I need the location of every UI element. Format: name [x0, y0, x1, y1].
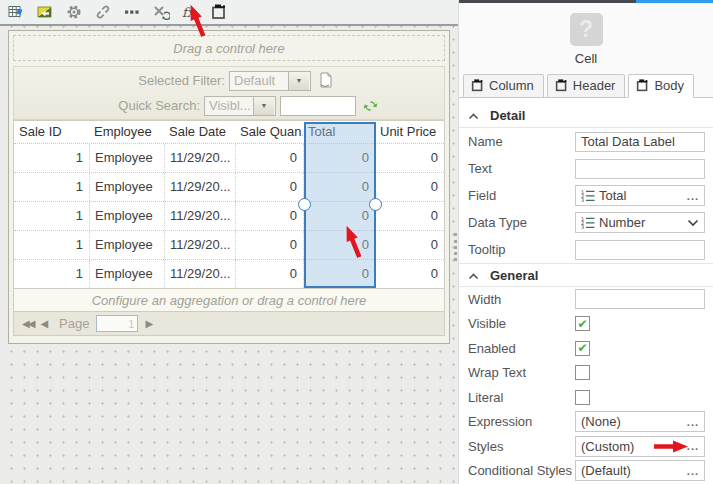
prev-page-button[interactable]: ◀ [40, 319, 46, 329]
drag-control-zone[interactable]: Drag a control here [13, 35, 445, 61]
cell[interactable]: Employee [89, 202, 164, 230]
cell[interactable]: 0 [235, 260, 303, 288]
prop-row-styles: Styles(Custom)... [459, 434, 713, 459]
cell[interactable]: 11/29/20... [164, 173, 235, 201]
help-question-icon: ? [570, 13, 603, 46]
prop-checkbox-wrap-text[interactable] [575, 365, 590, 380]
prop-control-enabled: ✔ [575, 341, 705, 356]
prop-checkbox-visible[interactable]: ✔ [575, 316, 590, 331]
prop-row-visible: Visible✔ [459, 312, 713, 337]
prop-picker-styles[interactable]: (Custom)... [575, 436, 705, 457]
prop-row-conditional-styles: Conditional Styles(Default)... [459, 459, 713, 484]
aggregation-zone[interactable]: Configure an aggregation or drag a contr… [13, 289, 445, 312]
prop-picker-field[interactable]: 123Total... [575, 185, 705, 206]
quick-search-field-dropdown[interactable]: Visibl... ▼ [204, 96, 276, 116]
selected-filter-dropdown[interactable]: Default ▼ [229, 71, 311, 91]
splitter-grip[interactable] [454, 233, 457, 261]
prop-label: Literal [468, 390, 503, 405]
checkmark-icon: ✔ [577, 342, 587, 354]
preview-export-icon[interactable] [36, 4, 54, 21]
cell[interactable]: 1 [14, 144, 89, 172]
prop-checkbox-enabled[interactable]: ✔ [575, 341, 590, 356]
checkmark-icon: ✔ [577, 318, 587, 330]
section-header-detail[interactable]: Detail [459, 104, 713, 128]
cell[interactable]: 0 [235, 173, 303, 201]
column-header-sale-id[interactable]: Sale ID [14, 121, 89, 143]
cell[interactable]: 0 [375, 231, 444, 259]
selected-column-overlay[interactable] [304, 122, 376, 288]
first-page-button[interactable]: ◀◀ [22, 319, 33, 329]
prop-picker-conditional-styles[interactable]: (Default)... [575, 460, 705, 481]
next-page-button[interactable]: ▶ [145, 319, 151, 329]
paste-control-icon[interactable] [210, 4, 228, 21]
prop-input-name[interactable] [575, 132, 705, 152]
prop-label: Data Type [468, 215, 527, 230]
header-tab-icon [555, 79, 568, 92]
prop-input-text[interactable] [575, 159, 705, 179]
data-grid-edit-icon[interactable] [7, 4, 25, 21]
column-header-employee[interactable]: Employee [89, 121, 164, 143]
cell[interactable]: 11/29/20... [164, 260, 235, 288]
ellipsis-button[interactable]: ... [687, 440, 699, 452]
cell[interactable]: 0 [375, 144, 444, 172]
fx-function-icon[interactable]: fx [181, 4, 199, 21]
cell[interactable]: 11/29/20... [164, 202, 235, 230]
cell[interactable]: 11/29/20... [164, 144, 235, 172]
cell[interactable]: 0 [375, 173, 444, 201]
grid-control-card: Drag a control here Selected Filter: Def… [8, 30, 450, 344]
prop-picker-data-type[interactable]: 123Number [575, 212, 705, 233]
quick-search-input[interactable] [280, 96, 356, 116]
cell[interactable]: 0 [235, 144, 303, 172]
cell[interactable]: 11/29/20... [164, 231, 235, 259]
clear-formula-icon[interactable] [152, 4, 170, 21]
designer-pane: fx Drag a control here Selected Filter: … [0, 0, 458, 484]
settings-gear-icon[interactable] [65, 4, 83, 21]
cell[interactable]: Employee [89, 144, 164, 172]
column-header-unit-price[interactable]: Unit Price [375, 121, 444, 143]
cell[interactable]: 0 [375, 260, 444, 288]
cell[interactable]: 1 [14, 202, 89, 230]
filter-bar: Selected Filter: Default ▼ Quick Search:… [13, 66, 445, 120]
save-filter-icon[interactable] [318, 72, 334, 89]
cell[interactable]: 1 [14, 260, 89, 288]
section-header-general[interactable]: General [459, 263, 713, 287]
prop-checkbox-literal[interactable] [575, 390, 590, 405]
unlink-icon[interactable] [94, 4, 112, 21]
selection-handle-right[interactable] [369, 198, 382, 211]
dropdown-arrow-icon[interactable]: ▼ [288, 72, 309, 90]
tab-column[interactable]: Column [463, 74, 544, 98]
cell[interactable]: 0 [375, 202, 444, 230]
grid-wrap: Sale IDEmployeeSale DateSale Quan...Tota… [13, 120, 445, 289]
cell[interactable]: 0 [235, 202, 303, 230]
prop-value: (None) [581, 414, 683, 429]
ellipsis-button[interactable]: ... [687, 465, 699, 477]
cell[interactable]: Employee [89, 231, 164, 259]
prop-label: Conditional Styles [468, 463, 572, 478]
ellipsis-icon[interactable] [123, 4, 141, 21]
prop-row-expression: Expression(None)... [459, 410, 713, 435]
refresh-icon[interactable] [363, 99, 378, 113]
tab-body[interactable]: Body [628, 74, 694, 98]
selection-handle-left[interactable] [298, 198, 311, 211]
prop-input-tooltip[interactable] [575, 240, 705, 260]
prop-input-width[interactable] [575, 289, 705, 309]
cell[interactable]: Employee [89, 173, 164, 201]
prop-label: Tooltip [468, 242, 506, 257]
dropdown-arrow-icon[interactable]: ▼ [253, 97, 274, 115]
cell[interactable]: Employee [89, 260, 164, 288]
ellipsis-button[interactable]: ... [687, 190, 699, 202]
prop-control-literal [575, 390, 705, 405]
cell[interactable]: 1 [14, 231, 89, 259]
section-general: GeneralWidthVisible✔Enabled✔Wrap TextLit… [459, 263, 713, 483]
column-header-sale-date[interactable]: Sale Date [164, 121, 235, 143]
chevron-down-icon[interactable] [687, 219, 699, 227]
prop-value: (Default) [581, 463, 683, 478]
ellipsis-button[interactable]: ... [687, 416, 699, 428]
column-header-sale-quan[interactable]: Sale Quan... [235, 121, 303, 143]
cell[interactable]: 1 [14, 173, 89, 201]
tab-header[interactable]: Header [547, 74, 626, 98]
cell[interactable]: 0 [235, 231, 303, 259]
prop-picker-expression[interactable]: (None)... [575, 411, 705, 432]
tab-strip: ColumnHeaderBody [459, 74, 713, 98]
page-number-input[interactable] [96, 315, 138, 332]
